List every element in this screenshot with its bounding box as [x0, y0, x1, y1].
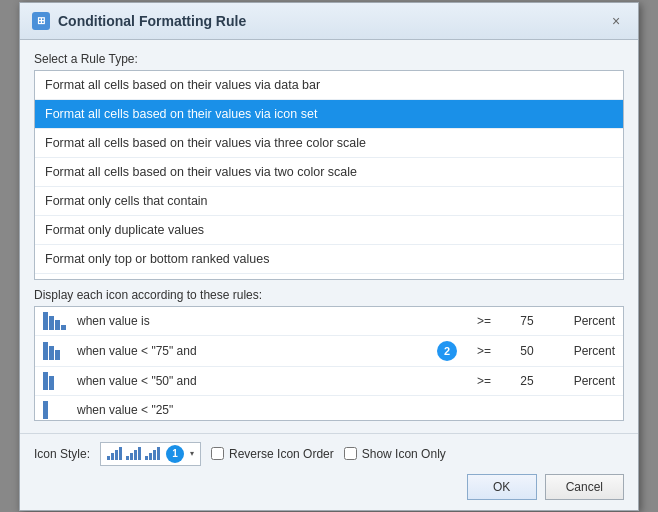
rule-item-icon-set[interactable]: Format all cells based on their values v… — [35, 100, 623, 129]
icon-style-dropdown[interactable]: 1 ▾ — [100, 442, 201, 466]
show-icon-only-check[interactable]: Show Icon Only — [344, 447, 446, 461]
bar-segment-1-0 — [43, 342, 48, 360]
unit-0: Percent — [555, 314, 615, 328]
bar11 — [153, 450, 156, 460]
rule-desc-0: when value is — [77, 314, 461, 328]
bar-segment-0-3 — [61, 325, 66, 330]
title-bar: ⊞ Conditional Formatting Rule × — [20, 3, 638, 40]
reverse-icon-order-input[interactable] — [211, 447, 224, 460]
rule-item-duplicate[interactable]: Format only duplicate values — [35, 216, 623, 245]
title-bar-left: ⊞ Conditional Formatting Rule — [32, 12, 246, 30]
unit-1: Percent — [555, 344, 615, 358]
bottom-bar: Icon Style: 1 ▾ Reverse Icon Order — [20, 433, 638, 474]
bar6 — [130, 453, 133, 460]
bar9 — [145, 456, 148, 460]
icon-style-label: Icon Style: — [34, 447, 90, 461]
dialog-icon: ⊞ — [32, 12, 50, 30]
icon-rule-row-1: when value < "75" and2>=50Percent — [35, 336, 623, 367]
operator-2: >= — [469, 374, 499, 388]
rule-type-section: Select a Rule Type: Format all cells bas… — [34, 52, 624, 280]
bar-icon-3 — [43, 401, 69, 419]
bar4 — [119, 447, 122, 460]
bar-segment-0-0 — [43, 312, 48, 330]
reverse-icon-order-check[interactable]: Reverse Icon Order — [211, 447, 334, 461]
button-area: OK Cancel — [20, 474, 638, 510]
rule-item-two-color[interactable]: Format all cells based on their values v… — [35, 158, 623, 187]
dropdown-icon — [107, 447, 160, 460]
value-1: 50 — [507, 344, 547, 358]
show-icon-only-input[interactable] — [344, 447, 357, 460]
rule-item-three-color[interactable]: Format all cells based on their values v… — [35, 129, 623, 158]
icon-rule-row-2: when value < "50" and>=25Percent — [35, 367, 623, 396]
dialog-body: Select a Rule Type: Format all cells bas… — [20, 40, 638, 433]
bar-segment-2-1 — [49, 376, 54, 390]
bar-segment-1-2 — [55, 350, 60, 360]
rule-desc-3: when value < "25" — [77, 403, 615, 417]
rule-item-unique[interactable]: Format only unique values — [35, 274, 623, 280]
dialog-title: Conditional Formatting Rule — [58, 13, 246, 29]
ok-button[interactable]: OK — [467, 474, 537, 500]
rule-badge-1: 2 — [437, 341, 457, 361]
icon-rules-table: when value is>=75Percentwhen value < "75… — [34, 306, 624, 421]
operator-0: >= — [469, 314, 499, 328]
bar-segment-2-0 — [43, 372, 48, 390]
rule-item-data-bar[interactable]: Format all cells based on their values v… — [35, 71, 623, 100]
reverse-icon-order-label: Reverse Icon Order — [229, 447, 334, 461]
bar-icon-0 — [43, 312, 69, 330]
value-0: 75 — [507, 314, 547, 328]
bar5 — [126, 456, 129, 460]
rule-item-top-bottom[interactable]: Format only top or bottom ranked values — [35, 245, 623, 274]
bar12 — [157, 447, 160, 460]
dropdown-arrow-icon: ▾ — [190, 449, 194, 458]
cancel-button[interactable]: Cancel — [545, 474, 624, 500]
bar7 — [134, 450, 137, 460]
rule-item-contain[interactable]: Format only cells that contain — [35, 187, 623, 216]
bar10 — [149, 453, 152, 460]
close-button[interactable]: × — [606, 11, 626, 31]
operator-1: >= — [469, 344, 499, 358]
value-2: 25 — [507, 374, 547, 388]
icon-rules-label: Display each icon according to these rul… — [34, 288, 624, 302]
icon-rule-row-0: when value is>=75Percent — [35, 307, 623, 336]
bar-segment-0-1 — [49, 316, 54, 330]
conditional-formatting-dialog: ⊞ Conditional Formatting Rule × Select a… — [19, 2, 639, 511]
bar-icon-1 — [43, 342, 69, 360]
bar-icon-2 — [43, 372, 69, 390]
bar-segment-1-1 — [49, 346, 54, 360]
dropdown-badge: 1 — [166, 445, 184, 463]
rule-desc-1: when value < "75" and — [77, 344, 425, 358]
bar8 — [138, 447, 141, 460]
bar-segment-3-0 — [43, 401, 48, 419]
show-icon-only-label: Show Icon Only — [362, 447, 446, 461]
bar2 — [111, 453, 114, 460]
icon-rule-row-3: when value < "25" — [35, 396, 623, 421]
bar1 — [107, 456, 110, 460]
bar-segment-0-2 — [55, 320, 60, 330]
rule-type-list[interactable]: Format all cells based on their values v… — [34, 70, 624, 280]
rule-type-label: Select a Rule Type: — [34, 52, 624, 66]
bar3 — [115, 450, 118, 460]
rule-desc-2: when value < "50" and — [77, 374, 461, 388]
icon-rules-section: Display each icon according to these rul… — [34, 288, 624, 421]
unit-2: Percent — [555, 374, 615, 388]
